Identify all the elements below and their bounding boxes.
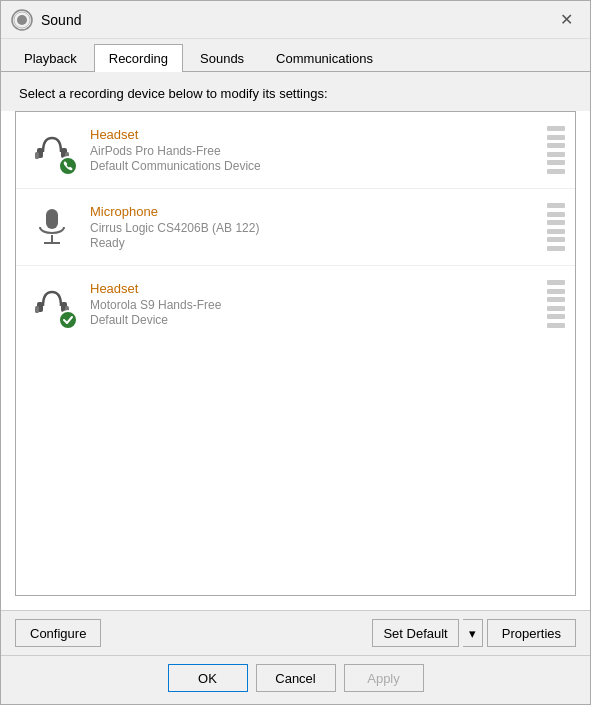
device-info-headset1: Headset AirPods Pro Hands-Free Default C… [90,127,547,173]
level-bars-3 [547,280,565,328]
configure-button[interactable]: Configure [15,619,101,647]
device-item-headset-airpods[interactable]: Headset AirPods Pro Hands-Free Default C… [16,112,575,189]
window-title: Sound [41,12,552,28]
device-desc-microphone: Cirrus Logic CS4206B (AB 122) [90,221,547,235]
tab-bar: Playback Recording Sounds Communications [1,39,590,72]
level-bar [547,237,565,242]
svg-rect-5 [35,152,39,159]
set-default-dropdown-button[interactable]: ▾ [463,619,483,647]
device-info-headset2: Headset Motorola S9 Hands-Free Default D… [90,281,547,327]
instruction-text: Select a recording device below to modif… [1,72,590,111]
apply-button[interactable]: Apply [344,664,424,692]
device-name-microphone: Microphone [90,204,547,219]
level-bars-2 [547,203,565,251]
device-status-headset1: Default Communications Device [90,159,547,173]
level-bar [547,280,565,285]
level-bar [547,297,565,302]
tab-sounds[interactable]: Sounds [185,44,259,72]
device-status-microphone: Ready [90,236,547,250]
level-bar [547,169,565,174]
level-bar [547,229,565,234]
properties-button[interactable]: Properties [487,619,576,647]
ok-button[interactable]: OK [168,664,248,692]
bottom-bar: Configure Set Default ▾ Properties OK Ca… [1,610,590,704]
device-item-microphone[interactable]: Microphone Cirrus Logic CS4206B (AB 122)… [16,189,575,266]
level-bar [547,314,565,319]
cancel-button[interactable]: Cancel [256,664,336,692]
device-icon-microphone [26,201,78,253]
device-status-headset2: Default Device [90,313,547,327]
tab-content: Select a recording device below to modif… [1,72,590,610]
level-bar [547,306,565,311]
level-bar [547,203,565,208]
title-bar: Sound ✕ [1,1,590,39]
device-name-headset2: Headset [90,281,547,296]
tab-recording[interactable]: Recording [94,44,183,72]
tab-playback[interactable]: Playback [9,44,92,72]
level-bar [547,160,565,165]
level-bar [547,212,565,217]
level-bar [547,152,565,157]
level-bar [547,323,565,328]
svg-rect-7 [46,209,58,229]
badge-phone [58,156,78,176]
svg-rect-12 [35,306,39,313]
level-bar [547,220,565,225]
level-bar [547,135,565,140]
device-list: Headset AirPods Pro Hands-Free Default C… [15,111,576,596]
badge-check [58,310,78,330]
action-buttons-row: Configure Set Default ▾ Properties [1,611,590,655]
level-bar [547,246,565,251]
set-default-button[interactable]: Set Default [372,619,458,647]
tab-communications[interactable]: Communications [261,44,388,72]
sound-dialog: Sound ✕ Playback Recording Sounds Commun… [0,0,591,705]
device-desc-headset1: AirPods Pro Hands-Free [90,144,547,158]
svg-point-1 [17,15,27,25]
level-bar [547,143,565,148]
device-info-microphone: Microphone Cirrus Logic CS4206B (AB 122)… [90,204,547,250]
level-bars-1 [547,126,565,174]
level-bar [547,289,565,294]
device-item-headset-motorola[interactable]: Headset Motorola S9 Hands-Free Default D… [16,266,575,342]
sound-icon [11,9,33,31]
level-bar [547,126,565,131]
dialog-buttons-row: OK Cancel Apply [1,655,590,704]
device-desc-headset2: Motorola S9 Hands-Free [90,298,547,312]
close-button[interactable]: ✕ [552,6,580,34]
device-name-headset1: Headset [90,127,547,142]
device-icon-headset1 [26,124,78,176]
device-icon-headset2 [26,278,78,330]
